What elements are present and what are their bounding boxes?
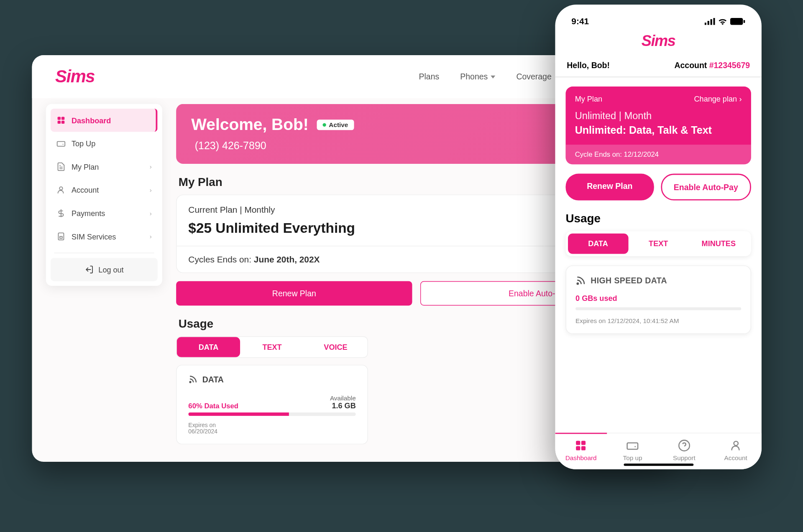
plan-name: Unlimited: Data, Talk & Text xyxy=(575,124,742,136)
dashboard-icon xyxy=(56,116,66,125)
usage-card: DATA 60% Data Used Available 1.6 GB Expi… xyxy=(176,365,368,444)
svg-rect-5 xyxy=(61,121,64,124)
mobile-plan-card: My Plan Change plan › Unlimited | Month … xyxy=(565,87,751,164)
divider xyxy=(54,253,154,253)
plan-subline: Unlimited | Month xyxy=(575,110,742,122)
plan-label: My Plan xyxy=(575,95,602,104)
welcome-title: Welcome, Bob! xyxy=(191,116,308,134)
svg-rect-13 xyxy=(708,20,709,25)
nav-phones[interactable]: Phones xyxy=(460,72,495,81)
signal-icon xyxy=(705,18,715,25)
renew-plan-button[interactable]: Renew Plan xyxy=(565,174,654,201)
tab-text[interactable]: TEXT xyxy=(240,337,304,357)
renew-plan-button[interactable]: Renew Plan xyxy=(176,281,412,305)
nav-account[interactable]: Account xyxy=(710,439,762,461)
svg-rect-15 xyxy=(713,18,715,25)
svg-rect-3 xyxy=(61,117,64,120)
sidebar-item-dashboard[interactable]: Dashboard xyxy=(51,109,158,132)
progress-bar xyxy=(188,412,355,416)
enable-autopay-button[interactable]: Enable Auto-Pay xyxy=(661,174,751,201)
chevron-right-icon: › xyxy=(150,186,152,193)
nav-dashboard[interactable]: Dashboard xyxy=(555,433,606,461)
sidebar-item-topup[interactable]: Top Up xyxy=(51,132,158,155)
nav-plans[interactable]: Plans xyxy=(419,72,440,81)
svg-rect-4 xyxy=(58,121,61,124)
sidebar-item-payments[interactable]: Payments › xyxy=(51,201,158,225)
nav-topup[interactable]: Top up xyxy=(607,439,658,461)
sidebar-item-label: Dashboard xyxy=(72,116,111,125)
logout-button[interactable]: Log out xyxy=(51,258,158,281)
progress-fill xyxy=(188,412,289,416)
svg-rect-21 xyxy=(576,446,581,450)
wallet-icon xyxy=(626,439,639,452)
mobile-usage-tabs: DATA TEXT MINUTES xyxy=(565,231,751,256)
svg-point-25 xyxy=(734,441,738,445)
mobile-mockup: 9:41 Sims Hello, Bob! Account #12345679 … xyxy=(555,5,761,469)
chevron-right-icon: › xyxy=(739,95,742,104)
rss-icon xyxy=(575,275,586,286)
svg-point-18 xyxy=(577,283,578,284)
nav-support[interactable]: Support xyxy=(658,439,710,461)
svg-point-6 xyxy=(59,187,62,190)
usage-used: 60% Data Used xyxy=(188,402,238,410)
account-info: Account #12345679 xyxy=(674,61,750,70)
mobile-greeting-row: Hello, Bob! Account #12345679 xyxy=(555,56,761,77)
wallet-icon xyxy=(56,139,66,148)
tab-data[interactable]: DATA xyxy=(568,234,628,254)
help-icon xyxy=(678,439,691,452)
chevron-right-icon: › xyxy=(150,163,152,171)
usage-card-title: HIGH SPEED DATA xyxy=(591,276,667,285)
status-time: 9:41 xyxy=(571,16,589,26)
sidebar-item-account[interactable]: Account › xyxy=(51,178,158,202)
tab-minutes[interactable]: MINUTES xyxy=(688,234,749,254)
document-icon xyxy=(56,162,66,171)
wifi-icon xyxy=(718,18,727,25)
change-plan-link[interactable]: Change plan › xyxy=(694,95,742,104)
user-icon xyxy=(56,185,66,194)
chevron-down-icon xyxy=(491,75,495,78)
svg-point-11 xyxy=(190,382,191,383)
dashboard-icon xyxy=(575,439,588,452)
usage-used: 0 GBs used xyxy=(575,294,741,303)
sidebar-item-label: Account xyxy=(72,186,99,194)
svg-rect-19 xyxy=(576,441,581,445)
battery-icon xyxy=(730,18,745,25)
usage-tabs: DATA TEXT VOICE xyxy=(176,336,368,358)
tab-text[interactable]: TEXT xyxy=(628,234,688,254)
svg-rect-14 xyxy=(711,19,712,25)
chevron-right-icon: › xyxy=(150,210,152,217)
chevron-right-icon: › xyxy=(150,233,152,240)
hello-text: Hello, Bob! xyxy=(567,61,610,70)
sidebar-item-sim[interactable]: SIM Services › xyxy=(51,225,158,248)
sidebar-item-label: SIM Services xyxy=(72,232,116,241)
usage-available: Available 1.6 GB xyxy=(330,395,356,410)
svg-rect-9 xyxy=(60,237,62,239)
nav-coverage[interactable]: Coverage xyxy=(516,72,551,81)
plan-cycle: Cycle Ends on: 12/12/2024 xyxy=(565,145,751,164)
svg-rect-20 xyxy=(581,441,586,445)
progress-bar xyxy=(575,307,741,310)
sim-icon xyxy=(56,232,66,241)
sidebar: Dashboard Top Up My Plan › Account xyxy=(46,104,162,286)
svg-rect-16 xyxy=(730,18,743,25)
mobile-usage-card: HIGH SPEED DATA 0 GBs used Expires on 12… xyxy=(565,265,751,334)
brand-logo: Sims xyxy=(555,32,761,50)
svg-rect-12 xyxy=(705,23,706,25)
logout-icon xyxy=(84,265,94,274)
svg-rect-2 xyxy=(58,117,61,120)
tab-voice[interactable]: VOICE xyxy=(304,337,367,357)
tab-data[interactable]: DATA xyxy=(177,337,240,357)
usage-card-title: DATA xyxy=(202,375,224,384)
home-indicator xyxy=(624,463,693,466)
brand-logo: Sims xyxy=(55,67,95,87)
sidebar-item-label: Payments xyxy=(72,209,105,218)
sidebar-item-myplan[interactable]: My Plan › xyxy=(51,155,158,178)
status-bar: 9:41 xyxy=(555,13,761,29)
user-icon xyxy=(729,439,742,452)
usage-expires: Expires on 06/20/2024 xyxy=(188,422,355,435)
usage-section-title: Usage xyxy=(565,212,751,225)
svg-rect-22 xyxy=(581,446,586,450)
dollar-icon xyxy=(56,209,66,218)
status-badge: Active xyxy=(317,120,354,130)
sidebar-item-label: My Plan xyxy=(72,163,99,171)
